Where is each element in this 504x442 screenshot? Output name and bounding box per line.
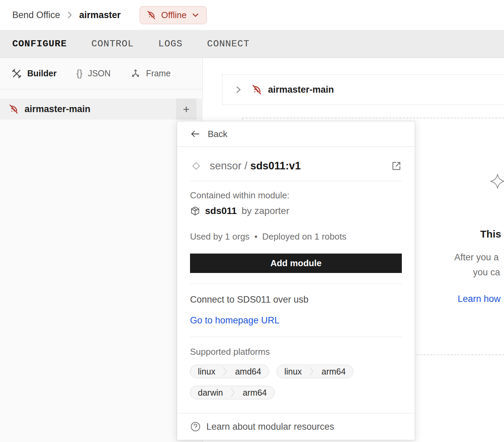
view-json[interactable]: {} JSON [76,68,111,79]
tab-logs[interactable]: LOGS [158,39,183,49]
external-link-icon[interactable] [391,161,402,171]
help-circle-icon [190,421,201,432]
tab-configure[interactable]: CONFIGURE [12,39,67,49]
status-label: Offline [161,10,187,20]
machine-tabbar: CONFIGURE CONTROL LOGS CONNECT [0,30,504,58]
tab-control[interactable]: CONTROL [91,39,134,49]
sidebar-part-name: airmaster-main [25,104,91,115]
platform-pill-list: linux amd64 linux arm64 darwin arm64 [190,365,367,399]
usage-robots: Deployed on 1 robots [262,231,346,242]
empty-state-text-line2: you ca [473,267,500,278]
package-icon [190,206,200,216]
back-label: Back [208,129,227,139]
diamond-icon [190,160,202,172]
contained-label: Contained within module: [190,190,402,201]
builder-tools-icon [12,68,22,79]
add-component-button[interactable]: + [176,98,196,120]
sparkle-icon [489,173,504,189]
platform-pill: linux amd64 [190,365,269,378]
divider [190,181,402,181]
platforms-label: Supported platforms [190,347,402,357]
chevron-right-icon[interactable] [235,85,242,94]
breadcrumb-machine: airmaster [79,10,121,20]
module-author: by zaporter [241,205,289,216]
empty-state-text-line1: After you a [454,252,499,263]
part-card[interactable]: airmaster-main [222,74,504,105]
tab-connect[interactable]: CONNECT [207,39,250,49]
modular-resources-label: Learn about modular resources [206,422,334,432]
view-builder-label: Builder [27,68,57,78]
network-off-icon [8,104,19,115]
pill-separator-icon [231,386,235,399]
machine-status-dropdown[interactable]: Offline [140,6,207,24]
platform-os: darwin [190,386,231,399]
usage-separator: • [254,231,257,242]
platform-arch: amd64 [227,365,268,378]
homepage-link[interactable]: Go to homepage URL [190,315,280,326]
view-builder[interactable]: Builder [12,68,57,79]
braces-icon: {} [76,68,82,79]
module-title-row: sensor / sds011:v1 [190,160,402,172]
module-detail-popup: Back sensor / sds011:v1 Contained within… [177,121,415,440]
add-module-button[interactable]: Add module [190,254,402,273]
part-card-name: airmaster-main [268,85,334,95]
view-frame[interactable]: Frame [130,68,171,79]
breadcrumb-org[interactable]: Bend Office [12,10,60,20]
usage-orgs: Used by 1 orgs [190,231,250,242]
sidebar-part-row[interactable]: airmaster-main + [0,98,203,120]
top-header: Bend Office airmaster Offline [0,0,504,30]
configure-view-switcher: Builder {} JSON Frame [0,58,202,89]
platform-arch: arm64 [235,386,274,399]
view-frame-label: Frame [146,68,171,78]
platform-os: linux [190,365,223,378]
module-usage-stats: Used by 1 orgs • Deployed on 1 robots [190,231,402,242]
view-json-label: JSON [88,68,111,78]
breadcrumb-separator-icon [66,11,73,19]
modular-resources-link[interactable]: Learn about modular resources [177,413,415,440]
platform-pill: darwin arm64 [190,386,275,399]
pill-separator-icon [309,365,314,378]
chevron-down-icon [191,11,200,19]
configure-sidebar: Builder {} JSON Frame [0,58,203,442]
pill-separator-icon [223,365,227,378]
network-off-icon [251,84,263,95]
network-off-icon [146,10,156,20]
module-title: sensor / sds011:v1 [210,160,301,172]
module-name: sds011 [205,205,237,216]
module-line: sds011 by zaporter [190,205,402,216]
platform-pill: linux arm64 [277,365,353,378]
empty-state-learn-link[interactable]: Learn how [458,294,501,304]
divider [190,337,402,337]
platform-os: linux [277,365,309,378]
arrow-left-icon [190,129,200,138]
divider [190,283,402,284]
module-description: Connect to SDS011 over usb [190,294,402,305]
back-button[interactable]: Back [177,121,415,147]
empty-state-heading: This [480,228,501,240]
popup-body: sensor / sds011:v1 Contained within modu… [177,147,415,413]
platform-arch: arm64 [314,365,353,378]
frame-axes-icon [130,68,141,79]
